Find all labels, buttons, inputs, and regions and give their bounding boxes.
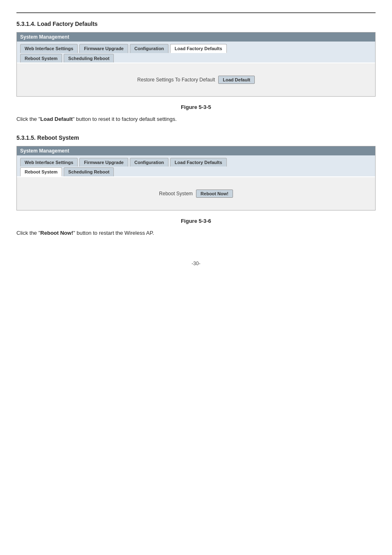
tab-configuration-1[interactable]: Configuration	[130, 44, 168, 53]
body-bold-1: Load Default	[40, 116, 73, 122]
tab-load-factory-1[interactable]: Load Factory Defaults	[170, 44, 227, 53]
tab-reboot-system-1[interactable]: Reboot System	[20, 54, 62, 62]
nav-row-1-bottom: Reboot System Scheduling Reboot	[20, 54, 372, 62]
panel-body-1: Restore Settings To Factory Default Load…	[17, 63, 375, 96]
body-bold-2: Reboot Now!	[40, 230, 73, 236]
tab-load-factory-2[interactable]: Load Factory Defaults	[170, 158, 227, 166]
form-label-1: Restore Settings To Factory Default	[137, 77, 215, 83]
reboot-now-button[interactable]: Reboot Now!	[196, 190, 233, 198]
load-default-button[interactable]: Load Default	[218, 76, 255, 84]
figure-caption-1: Figure 5-3-5	[16, 104, 376, 110]
panel-title-1: System Management	[17, 32, 375, 42]
section-heading-1: 5.3.1.4. Load Factory Defaults	[16, 21, 376, 27]
form-row-2: Reboot System Reboot Now!	[159, 190, 233, 198]
tab-scheduling-reboot-1[interactable]: Scheduling Reboot	[64, 54, 114, 62]
body-text-1: Click the "Load Default" button to reset…	[16, 116, 376, 122]
section-heading-2: 5.3.1.5. Reboot System	[16, 134, 376, 141]
panel-1: System Management Web Interface Settings…	[16, 32, 376, 97]
tab-web-interface-2[interactable]: Web Interface Settings	[20, 158, 78, 166]
tab-firmware-upgrade-1[interactable]: Firmware Upgrade	[79, 44, 128, 53]
nav-row-1-top: Web Interface Settings Firmware Upgrade …	[20, 44, 372, 53]
panel-2: System Management Web Interface Settings…	[16, 146, 376, 210]
figure-caption-2: Figure 5-3-6	[16, 218, 376, 224]
panel-title-2: System Management	[17, 146, 375, 155]
tab-web-interface-1[interactable]: Web Interface Settings	[20, 44, 78, 53]
tab-firmware-upgrade-2[interactable]: Firmware Upgrade	[79, 158, 128, 166]
section-load-factory: 5.3.1.4. Load Factory Defaults System Ma…	[16, 21, 376, 122]
nav-row-2-top: Web Interface Settings Firmware Upgrade …	[20, 158, 372, 166]
nav-row-2-bottom: Reboot System Scheduling Reboot	[20, 167, 372, 176]
nav-tabs-area-1: Web Interface Settings Firmware Upgrade …	[17, 42, 375, 62]
form-label-2: Reboot System	[159, 191, 193, 197]
form-row-1: Restore Settings To Factory Default Load…	[137, 76, 255, 84]
section-reboot: 5.3.1.5. Reboot System System Management…	[16, 134, 376, 236]
tab-scheduling-reboot-2[interactable]: Scheduling Reboot	[64, 167, 114, 176]
tab-configuration-2[interactable]: Configuration	[130, 158, 168, 166]
nav-tabs-area-2: Web Interface Settings Firmware Upgrade …	[17, 155, 375, 176]
body-text-2: Click the "Reboot Now!" button to restar…	[16, 230, 376, 236]
divider-top	[16, 12, 376, 13]
panel-body-2: Reboot System Reboot Now!	[17, 177, 375, 210]
page-number: -30-	[16, 261, 376, 266]
tab-reboot-system-2[interactable]: Reboot System	[20, 167, 62, 176]
